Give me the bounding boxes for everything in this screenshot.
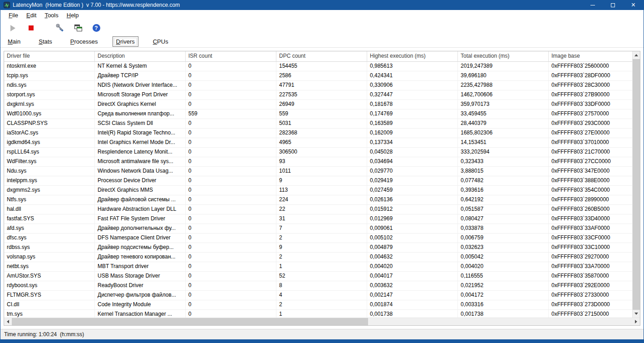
table-row[interactable]: dxgmms2.sys DirectX Graphics MMS 0 113 0… bbox=[4, 186, 632, 195]
column-header-description[interactable]: Description bbox=[95, 51, 186, 61]
menu-file[interactable]: File bbox=[5, 11, 22, 20]
maximize-button[interactable] bbox=[603, 0, 623, 10]
cell-driver-file: igdkmd64.sys bbox=[4, 138, 95, 147]
table-main: Driver file Description ISR count DPC co… bbox=[4, 51, 640, 318]
cell-total-execution: 33,459455 bbox=[458, 109, 549, 119]
cell-highest-execution: 0,027459 bbox=[367, 186, 458, 195]
cell-isr-count: 0 bbox=[186, 262, 276, 271]
tab-processes[interactable]: Processes bbox=[67, 36, 102, 47]
table-row[interactable]: Wdf01000.sys Среда выполнения платфор...… bbox=[4, 109, 632, 119]
cell-driver-file: FLTMGR.SYS bbox=[4, 291, 95, 300]
menu-help[interactable]: Help bbox=[63, 11, 83, 20]
table-row[interactable]: dfsc.sys DFS Namespace Client Driver 0 2… bbox=[4, 234, 632, 243]
scroll-down-button[interactable] bbox=[633, 310, 640, 318]
cell-image-base: 0xFFFFF803`33C10000 bbox=[549, 243, 632, 252]
cell-isr-count: 0 bbox=[186, 300, 276, 309]
tab-stats[interactable]: Stats bbox=[35, 36, 56, 47]
table-row[interactable]: intelppm.sys Processor Device Driver 0 9… bbox=[4, 176, 632, 186]
cell-isr-count: 0 bbox=[186, 148, 276, 157]
cell-highest-execution: 0,026136 bbox=[367, 195, 458, 204]
table-row[interactable]: iaStorAC.sys Intel(R) Rapid Storage Tech… bbox=[4, 129, 632, 138]
cell-isr-count: 0 bbox=[186, 119, 276, 128]
menu-edit[interactable]: Edit bbox=[22, 11, 40, 20]
cell-image-base: 0xFFFFF803`25600000 bbox=[549, 62, 632, 71]
cell-image-base: 0xFFFFF803`27E00000 bbox=[549, 129, 632, 138]
table-row[interactable]: tcpip.sys Драйвер TCP/IP 0 2586 0,424341… bbox=[4, 71, 632, 81]
table-row[interactable]: netbt.sys MBT Transport driver 0 1 0,004… bbox=[4, 262, 632, 272]
titlebar: LatencyMon (Home Edition ) v 7.00 - http… bbox=[0, 0, 644, 10]
table-row[interactable]: fastfat.SYS Fast FAT File System Driver … bbox=[4, 214, 632, 224]
tab-main[interactable]: Main bbox=[4, 36, 24, 47]
cell-isr-count: 0 bbox=[186, 281, 276, 290]
options-button[interactable] bbox=[55, 23, 65, 33]
scroll-right-button[interactable] bbox=[632, 318, 640, 325]
cell-highest-execution: 0,424341 bbox=[367, 71, 458, 80]
close-button[interactable]: × bbox=[623, 0, 644, 10]
column-header-isr-count[interactable]: ISR count bbox=[186, 51, 276, 61]
cell-description: Intel(R) Rapid Storage Techno... bbox=[95, 129, 186, 138]
cell-image-base: 0xFFFFF803`35870000 bbox=[549, 272, 632, 281]
cell-dpc-count: 8 bbox=[276, 281, 367, 290]
cell-description: Среда выполнения платфор... bbox=[95, 109, 186, 119]
cell-dpc-count: 154455 bbox=[276, 62, 367, 71]
column-header-highest-execution[interactable]: Highest execution (ms) bbox=[367, 51, 458, 61]
table-row[interactable]: igdkmd64.sys Intel Graphics Kernel Mode … bbox=[4, 138, 632, 148]
scroll-left-button[interactable] bbox=[4, 318, 12, 325]
cell-highest-execution: 0,330906 bbox=[367, 81, 458, 90]
stop-monitor-button[interactable] bbox=[26, 23, 36, 33]
help-button[interactable]: ? bbox=[91, 23, 101, 33]
table-row[interactable]: rspLLL64.sys Resplendence Latency Monit.… bbox=[4, 148, 632, 157]
vertical-scrollbar[interactable] bbox=[632, 51, 640, 318]
table-row[interactable]: Ndu.sys Windows Network Data Usag... 0 1… bbox=[4, 167, 632, 176]
horizontal-scroll-track[interactable] bbox=[368, 318, 632, 325]
cell-isr-count: 0 bbox=[186, 310, 276, 318]
scroll-up-button[interactable] bbox=[633, 51, 640, 59]
cell-description: Драйвер файловой системы ... bbox=[95, 195, 186, 204]
column-header-image-base[interactable]: Image base bbox=[549, 51, 632, 61]
cell-isr-count: 0 bbox=[186, 291, 276, 300]
stop-icon bbox=[29, 25, 34, 30]
table-row[interactable]: tm.sys Kernel Transaction Manager ... 0 … bbox=[4, 310, 632, 318]
vertical-scroll-thumb[interactable] bbox=[633, 59, 640, 310]
cell-image-base: 0xFFFFF803`293C0000 bbox=[549, 119, 632, 128]
table-row[interactable]: WdFilter.sys Microsoft antimalware file … bbox=[4, 157, 632, 167]
column-header-total-execution[interactable]: Total execution (ms) bbox=[458, 51, 549, 61]
stack-windows-button[interactable] bbox=[73, 23, 83, 33]
table-row[interactable]: CLASSPNP.SYS SCSI Class System Dll 0 503… bbox=[4, 119, 632, 129]
cell-description: Диспетчер фильтров файлов... bbox=[95, 291, 186, 300]
cell-image-base: 0xFFFFF803`273D0000 bbox=[549, 300, 632, 309]
start-monitor-button[interactable] bbox=[8, 23, 18, 33]
menu-tools[interactable]: Tools bbox=[40, 11, 62, 20]
table-row[interactable]: storport.sys Microsoft Storage Port Driv… bbox=[4, 90, 632, 100]
latencymon-window: LatencyMon (Home Edition ) v 7.00 - http… bbox=[0, 0, 644, 343]
table-row[interactable]: rdbss.sys Драйвер подсистемы буфер... 0 … bbox=[4, 243, 632, 253]
cell-driver-file: fastfat.SYS bbox=[4, 214, 95, 224]
cell-image-base: 0xFFFFF803`37010000 bbox=[549, 138, 632, 147]
tab-drivers[interactable]: Drivers bbox=[113, 36, 138, 47]
tools-wrench-icon bbox=[56, 24, 64, 32]
tab-cpus[interactable]: CPUs bbox=[149, 36, 172, 47]
table-row[interactable]: dxgkrnl.sys DirectX Graphics Kernel 0 26… bbox=[4, 100, 632, 109]
cell-highest-execution: 0,004017 bbox=[367, 272, 458, 281]
cell-driver-file: ntoskrnl.exe bbox=[4, 62, 95, 71]
cell-total-execution: 0,021952 bbox=[458, 281, 549, 290]
column-header-driver-file[interactable]: Driver file bbox=[4, 51, 95, 61]
horizontal-scrollbar[interactable] bbox=[4, 318, 640, 325]
table-row[interactable]: ndis.sys NDIS (Network Driver Interface.… bbox=[4, 81, 632, 90]
cell-image-base: 0xFFFFF803`33AF0000 bbox=[549, 224, 632, 233]
table-row[interactable]: Ntfs.sys Драйвер файловой системы ... 0 … bbox=[4, 195, 632, 205]
spacer bbox=[0, 326, 644, 329]
minimize-button[interactable] bbox=[582, 0, 603, 10]
cell-description: Windows Network Data Usag... bbox=[95, 167, 186, 176]
table-row[interactable]: afd.sys Драйвер дополнительных фу... 0 7… bbox=[4, 224, 632, 234]
horizontal-scroll-thumb[interactable] bbox=[12, 318, 368, 325]
table-row[interactable]: CI.dll Code Integrity Module 0 2 0,00187… bbox=[4, 300, 632, 310]
table-row[interactable]: volsnap.sys Драйвер теневого копирован..… bbox=[4, 253, 632, 262]
table-row[interactable]: AmUStor.SYS USB Mass Storage Driver 0 52… bbox=[4, 272, 632, 281]
table-row[interactable]: hal.dll Hardware Abstraction Layer DLL 0… bbox=[4, 205, 632, 214]
column-header-dpc-count[interactable]: DPC count bbox=[276, 51, 367, 61]
maximize-icon bbox=[611, 3, 615, 7]
table-row[interactable]: ntoskrnl.exe NT Kernel & System 0 154455… bbox=[4, 62, 632, 71]
table-row[interactable]: FLTMGR.SYS Диспетчер фильтров файлов... … bbox=[4, 291, 632, 300]
table-row[interactable]: rdyboost.sys ReadyBoost Driver 0 8 0,003… bbox=[4, 281, 632, 291]
